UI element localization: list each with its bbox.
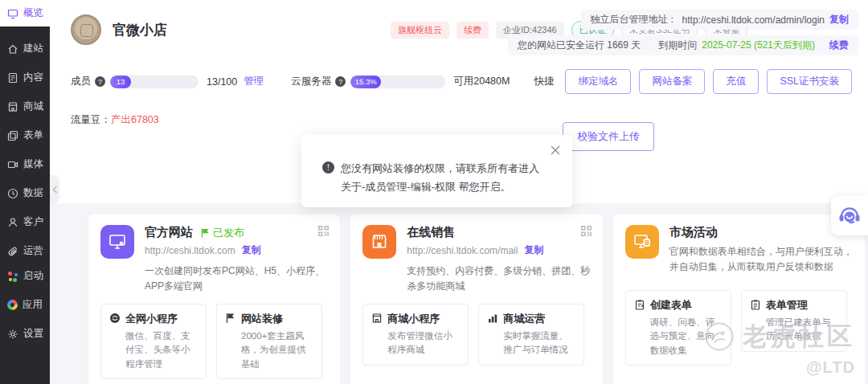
site-url[interactable]: http://ceshi.ltdok.com/mail — [407, 245, 518, 256]
renew-link[interactable]: 续费 — [829, 39, 849, 52]
admin-url-value: http://ceshi.ltdok.com/admin/login — [682, 14, 825, 26]
customer-service-fab[interactable] — [831, 195, 868, 235]
sidebar-collapse-handle[interactable] — [50, 175, 59, 204]
sidebar-item-customers[interactable]: 客户 — [0, 210, 50, 235]
subcard-desc: 调研、问卷、评选与预定、意向数据收集 — [650, 316, 723, 357]
bar-chart-icon — [487, 313, 498, 324]
website-app-icon[interactable] — [100, 225, 134, 259]
copy-url-link[interactable]: 复制 — [524, 243, 543, 257]
sidebar-item-media[interactable]: 媒体 — [0, 152, 50, 177]
members-progress: 13 — [110, 76, 199, 88]
close-icon[interactable] — [550, 145, 561, 156]
clock-icon — [7, 188, 18, 199]
mall-operations-subcard[interactable]: 商城运营 实时掌握流量、推广与订单情况 — [478, 304, 584, 366]
info-exclamation-icon — [322, 161, 334, 174]
sidebar-item-apps[interactable]: 应用 — [0, 292, 50, 317]
sidebar-item-site[interactable]: 建站 — [0, 36, 50, 61]
members-manage-link[interactable]: 管理 — [244, 75, 264, 88]
sidebar-item-content[interactable]: 内容 — [0, 65, 50, 90]
card-description: 支持预约、内容付费、多级分销、拼团、秒杀多功能商城 — [407, 263, 590, 293]
card-title[interactable]: 市场活动 — [669, 225, 718, 240]
ssl-install-button[interactable]: SSL证书安装 — [767, 69, 852, 94]
sidebar-item-label: 启动 — [23, 269, 43, 283]
subcard-title: 网站装修 — [241, 312, 283, 326]
launch-dots-icon — [7, 271, 18, 282]
sidebar-item-label: 商城 — [23, 100, 43, 113]
mall-mini-program-subcard[interactable]: 商城小程序 发布管理微信小程序商城 — [362, 304, 469, 366]
server-help-icon[interactable] — [335, 76, 346, 87]
sidebar-item-settings[interactable]: 设置 — [0, 321, 50, 346]
sidebar-item-overview[interactable]: 概览 — [0, 0, 50, 27]
sidebar: 概览 建站 内容 商城 — [0, 0, 50, 384]
sidebar-item-label: 运营 — [23, 244, 43, 258]
site-icp-button[interactable]: 网站备案 — [639, 69, 705, 94]
sidebar-item-forms[interactable]: 表单 — [0, 123, 50, 148]
copy-admin-url-link[interactable]: 复制 — [829, 13, 849, 27]
subcard-title: 全网小程序 — [125, 312, 178, 326]
cards-section: 官方网站 已发布 http://ceshi.ltdok.com 复制 一次创 — [50, 203, 868, 384]
subcard-desc: 管理已建表单与历史表单数据 — [766, 316, 838, 344]
paperclip-icon — [7, 246, 18, 257]
sidebar-item-label: 设置 — [23, 327, 43, 341]
sidebar-item-label: 数据 — [23, 186, 43, 200]
bind-domain-button[interactable]: 绑定域名 — [565, 69, 631, 94]
sidebar-item-label: 概览 — [23, 6, 43, 20]
published-status: 已发布 — [201, 226, 244, 240]
person-icon — [7, 217, 18, 228]
store-avatar[interactable] — [71, 14, 101, 45]
copy-url-link[interactable]: 复制 — [242, 243, 261, 257]
sidebar-item-label: 媒体 — [23, 157, 43, 171]
site-decoration-subcard[interactable]: 网站装修 2000+套主题风格，为创意提供基础 — [216, 304, 322, 379]
plan-badge[interactable]: 旗舰枢纽云 — [391, 22, 449, 39]
sidebar-item-label: 表单 — [23, 129, 43, 142]
expiry-label: 到期时间 — [658, 39, 697, 52]
recharge-button[interactable]: 充值 — [713, 69, 759, 94]
flag-icon — [201, 228, 210, 238]
traffic-label: 流量豆： — [71, 113, 111, 127]
form-manage-icon — [750, 299, 761, 310]
runtime-text: 您的网站已安全运行 1669 天 — [518, 39, 641, 52]
subcard-desc: 2000+套主题风格，为创意提供基础 — [241, 329, 313, 371]
sidebar-item-data[interactable]: 数据 — [0, 181, 50, 206]
card-title[interactable]: 在线销售 — [407, 225, 455, 240]
members-help-icon[interactable] — [95, 76, 105, 87]
subcard-desc: 发布管理微信小程序商城 — [387, 329, 460, 357]
notice-text: 您没有网站装修的权限，请联系所有者进入 关于-成员管理-编辑-权限 帮您开启。 — [341, 159, 539, 197]
sidebar-item-launch[interactable]: 启动 — [0, 263, 50, 288]
marketing-app-icon[interactable] — [625, 225, 659, 259]
video-icon — [7, 159, 18, 170]
runtime-row: 您的网站已安全运行 1669 天 到期时间 2025-07-25 (521天后到… — [508, 35, 858, 55]
notice-line-2: 关于-成员管理-编辑-权限 帮您开启。 — [341, 178, 539, 196]
members-progress-fill: 13 — [110, 76, 131, 88]
admin-url-row: 独立后台管理地址： http://ceshi.ltdok.com/admin/l… — [581, 10, 858, 30]
subcard-title: 商城小程序 — [387, 312, 440, 326]
site-info-column: 独立后台管理地址： http://ceshi.ltdok.com/admin/l… — [508, 10, 858, 55]
document-icon — [7, 72, 18, 84]
traffic-value: 产出67803 — [111, 113, 159, 127]
mini-programs-subcard[interactable]: 全网小程序 微信、百度、支付宝、头条等小程序管理 — [100, 304, 207, 379]
create-form-icon — [634, 299, 645, 310]
stats-row: 成员 13 13/100 管理 云服务器 15.3% 可用20480M 快捷 绑… — [50, 69, 868, 94]
card-title[interactable]: 官方网站 — [145, 225, 193, 240]
storefront-icon — [7, 101, 18, 112]
create-form-subcard[interactable]: 创建表单 调研、问卷、评选与预定、意向数据收集 — [625, 290, 731, 366]
renew-badge[interactable]: 续费 — [457, 22, 489, 39]
qr-code-icon[interactable] — [580, 225, 592, 237]
verify-file-upload-button[interactable]: 校验文件上传 — [563, 122, 654, 151]
qr-code-icon[interactable] — [317, 225, 330, 237]
shop-app-icon[interactable] — [362, 225, 396, 259]
notice-line-1: 您没有网站装修的权限，请联系所有者进入 — [341, 159, 539, 178]
forms-icon — [7, 130, 18, 141]
sidebar-item-operations[interactable]: 运营 — [0, 239, 50, 263]
card-description: 一次创建同时发布PC网站、H5、小程序、APP多端官网 — [145, 263, 328, 293]
sidebar-item-mall[interactable]: 商城 — [0, 94, 50, 119]
form-management-subcard[interactable]: 表单管理 管理已建表单与历史表单数据 — [741, 290, 847, 352]
subcard-title: 表单管理 — [766, 298, 808, 313]
gear-icon — [7, 329, 18, 340]
sidebar-item-label: 建站 — [23, 42, 43, 55]
mall-mini-program-icon — [371, 313, 383, 324]
quick-actions-label: 快捷 — [534, 75, 554, 88]
sidebar-item-label: 客户 — [23, 215, 43, 229]
site-url[interactable]: http://ceshi.ltdok.com — [145, 245, 235, 256]
subcard-title: 创建表单 — [650, 298, 692, 313]
